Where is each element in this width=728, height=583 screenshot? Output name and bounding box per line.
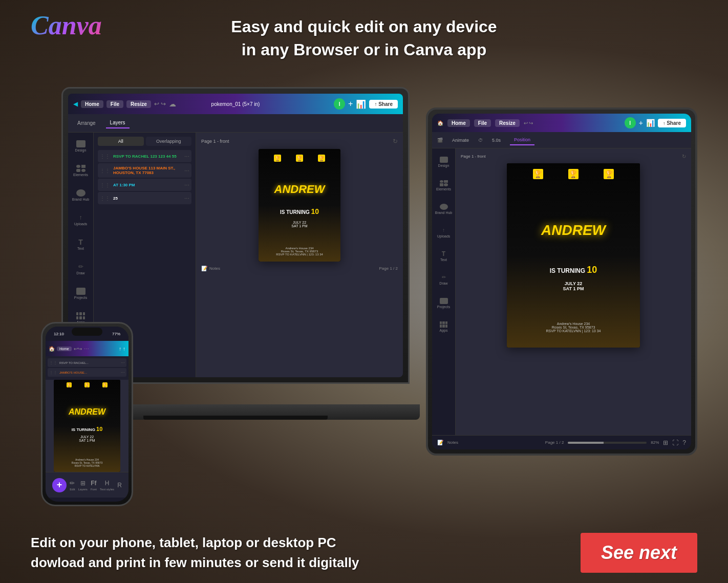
- tablet-sidebar-design[interactable]: Design: [435, 153, 453, 171]
- phone-invite-turning: IS TURNING 10: [72, 426, 103, 432]
- laptop-toolbar: Arrange Layers: [68, 114, 403, 133]
- layers-tab[interactable]: Layers: [106, 118, 130, 128]
- tablet-progress-fill: [568, 442, 603, 444]
- tablet-canvas-area: Page 1 - front ↻ 🏆 🏆 🏆: [456, 148, 691, 435]
- tablet-user-avatar: I: [625, 117, 636, 128]
- sidebar-item-projects[interactable]: Projects: [72, 284, 90, 303]
- phone-topbar: 🏠 Home ↩↪ ⋯ ↑ ↑: [46, 341, 129, 356]
- tablet-sidebar-text[interactable]: T Text: [435, 247, 453, 265]
- sidebar-item-draw[interactable]: ✏ Draw: [72, 260, 90, 278]
- overlapping-tab[interactable]: Overlapping: [146, 137, 192, 146]
- phone-edit-icon[interactable]: ✏ Edit: [70, 480, 75, 491]
- phone-add-button[interactable]: +: [52, 478, 67, 492]
- header-title: Easy and quick edit on any device in any…: [0, 15, 728, 61]
- phone-time: 12:10: [54, 332, 64, 336]
- canvas-page-label: Page 1 - front ↻: [201, 138, 398, 145]
- tablet-animate-tab[interactable]: Animate: [448, 136, 473, 145]
- invite-address: Andrew's House 234 Roses St, Texas, TX 9…: [276, 247, 323, 256]
- layer-item-address[interactable]: ⋮⋮ JAMBO'S HOUSE 113 MAIN ST., HOUSTON, …: [98, 163, 191, 178]
- laptop-topbar-right: I + 📊 ↑ Share: [334, 98, 398, 110]
- sidebar-item-elements[interactable]: Elements: [72, 161, 90, 180]
- all-tab[interactable]: All: [98, 137, 144, 146]
- tablet-resize-btn[interactable]: Resize: [495, 119, 520, 127]
- drag-handle: ⋮⋮: [100, 182, 110, 188]
- tablet-home-btn[interactable]: Home: [447, 119, 470, 127]
- tablet-main: Design Elements: [432, 148, 691, 435]
- phone-text-styles-icon[interactable]: H Text styles: [100, 480, 114, 491]
- layer-options[interactable]: ···: [184, 167, 189, 174]
- phone-invite-inner: 🏆 🏆 🏆 ANDREW IS TURNING 10 JULY 22SAT 1 …: [54, 380, 120, 472]
- layer-options[interactable]: ···: [184, 181, 189, 188]
- arrange-tab[interactable]: Arrange: [73, 118, 100, 128]
- laptop-canvas: Page 1 - front ↻ 🏆 🏆: [196, 133, 403, 377]
- invite-turning: IS TURNING 10: [280, 207, 319, 215]
- tablet-invite-addr: Andrew's House 234 Roses St, Texas, TX 9…: [546, 322, 601, 333]
- tablet-body: 🏠 Home File Resize ↩ ↪ I + 📊 ↑ Share: [426, 107, 697, 456]
- layer-options[interactable]: ···: [184, 153, 189, 160]
- laptop-notes: 📝 Notes Page 1 / 2: [201, 266, 398, 271]
- laptop-file-btn[interactable]: File: [106, 100, 123, 108]
- tablet-sidebar-brand[interactable]: Brand Hub: [435, 200, 453, 218]
- drag-handle: ⋮⋮: [100, 154, 110, 159]
- sidebar-item-uploads[interactable]: ↑ Uploads: [72, 210, 90, 229]
- footer: Edit on your phone, tablet, laptop or de…: [0, 533, 728, 573]
- drag-handle: ⋮⋮: [100, 168, 110, 174]
- layer-options[interactable]: ···: [184, 195, 189, 202]
- phone-canvas: 🏆 🏆 🏆 ANDREW IS TURNING 10 JULY 22SAT 1 …: [46, 380, 129, 472]
- phone-invite-addr: Andrew's House 234 Roses St, Texas, TX 9…: [72, 458, 102, 467]
- tablet-invite-date: JULY 22 SAT 1 PM: [563, 281, 584, 291]
- tablet-bottom-bar: 📝 Notes Page 1 / 2 82% ⊞ ⛶ ?: [432, 435, 691, 449]
- phone-invite-name: ANDREW: [69, 407, 105, 417]
- devices-container: ◀ Home File Resize ↩ ↪ ☁ pokemon_01 (5×7…: [0, 77, 728, 527]
- laptop-resize-btn[interactable]: Resize: [126, 100, 151, 108]
- trophy-1: 🏆: [274, 155, 281, 162]
- sidebar-item-design[interactable]: Design: [72, 137, 90, 155]
- tablet-duration[interactable]: 5.0s: [488, 136, 505, 145]
- phone-battery: 77%: [112, 332, 120, 336]
- laptop-home-btn[interactable]: Home: [81, 100, 103, 108]
- tablet-sidebar-projects[interactable]: Projects: [435, 294, 453, 312]
- tablet-file-btn[interactable]: File: [474, 119, 491, 127]
- tablet-sidebar-uploads[interactable]: ↑ Uploads: [435, 223, 453, 242]
- phone-home-btn[interactable]: Home: [57, 347, 72, 351]
- trophy-2: 🏆: [296, 155, 303, 162]
- layer-item-rsvp[interactable]: ⋮⋮ RSVP TO RACHEL 123 123 44 55 ···: [98, 150, 191, 162]
- phone-more-icon[interactable]: R: [117, 482, 122, 489]
- tablet-sidebar-draw[interactable]: ✏ Draw: [435, 270, 453, 289]
- laptop-doc-title: pokemon_01 (5×7 in): [211, 101, 260, 107]
- laptop-share-btn[interactable]: ↑ Share: [369, 100, 398, 109]
- phone-font-icon[interactable]: Ff Font: [91, 480, 97, 491]
- layer-item-age[interactable]: ⋮⋮ 25 ···: [98, 192, 191, 204]
- see-next-button[interactable]: See next: [581, 533, 697, 573]
- tablet-invite-name: ANDREW: [541, 222, 606, 239]
- laptop-invite-preview: 🏆 🏆 🏆 ANDREW IS TURNING 10: [259, 149, 340, 262]
- tablet-toolbar: 🎬 Animate ⏱ 5.0s Position: [432, 132, 691, 148]
- phone-body: 12:10 77% 🏠 Home ↩↪ ⋯ ↑ ↑ ⋮⋮ RSVP TO RAC…: [41, 322, 133, 506]
- invite-name: ANDREW: [274, 183, 325, 196]
- tablet-canva-ui: 🏠 Home File Resize ↩ ↪ I + 📊 ↑ Share: [432, 114, 691, 449]
- sidebar-item-text[interactable]: T Text: [72, 235, 90, 253]
- sidebar-item-brand[interactable]: Brand Hub: [72, 186, 90, 204]
- invite-inner: 🏆 🏆 🏆 ANDREW IS TURNING 10: [259, 149, 340, 262]
- invite-date: JULY 22 SAT 1 PM: [291, 221, 307, 228]
- phone-notch: [72, 328, 102, 336]
- tablet-sidebar-apps[interactable]: Apps: [435, 317, 453, 336]
- phone-layer-1: ⋮⋮ RSVP TO RACHEL... ···: [48, 358, 126, 367]
- phone-device: 12:10 77% 🏠 Home ↩↪ ⋯ ↑ ↑ ⋮⋮ RSVP TO RAC…: [41, 322, 133, 506]
- layer-item-time[interactable]: ⋮⋮ AT 1:30 PM ···: [98, 179, 191, 191]
- phone-invite-card: 🏆 🏆 🏆 ANDREW IS TURNING 10 JULY 22SAT 1 …: [54, 380, 120, 472]
- phone-layers: ⋮⋮ RSVP TO RACHEL... ··· ⋮⋮ JAMBO'S HOUS…: [46, 356, 129, 380]
- tablet-topbar: 🏠 Home File Resize ↩ ↪ I + 📊 ↑ Share: [432, 114, 691, 132]
- tablet-share-btn[interactable]: ↑ Share: [658, 119, 686, 127]
- tablet-sidebar-elements[interactable]: Elements: [435, 176, 453, 195]
- tablet-invite-inner: 🏆 🏆 🏆 ANDREW IS TURNING 10: [507, 163, 640, 348]
- layers-tab-group: All Overlapping: [98, 137, 191, 146]
- phone-screen: 12:10 77% 🏠 Home ↩↪ ⋯ ↑ ↑ ⋮⋮ RSVP TO RAC…: [46, 327, 129, 502]
- phone-layers-icon[interactable]: ⊞ Layers: [78, 480, 88, 491]
- drag-handle: ⋮⋮: [100, 196, 110, 201]
- tablet-device: 🏠 Home File Resize ↩ ↪ I + 📊 ↑ Share: [426, 107, 697, 456]
- tablet-screen: 🏠 Home File Resize ↩ ↪ I + 📊 ↑ Share: [432, 114, 691, 449]
- tablet-position-tab[interactable]: Position: [510, 135, 534, 145]
- laptop-topbar: ◀ Home File Resize ↩ ↪ ☁ pokemon_01 (5×7…: [68, 94, 403, 114]
- header: Easy and quick edit on any device in any…: [0, 15, 728, 61]
